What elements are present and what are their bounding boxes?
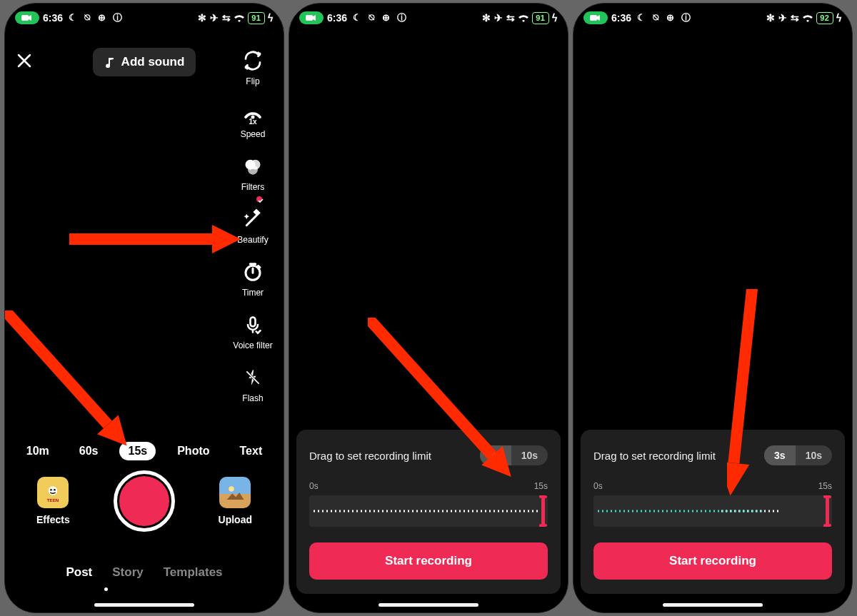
screen-camera: 6:36 ☾ ⦰ ⊕ ⓘ ✻ ✈ ⇆ 91 ϟ Add sound [4, 3, 284, 613]
flip-icon [240, 48, 266, 74]
battery-indicator: 91 [248, 12, 264, 24]
home-indicator[interactable] [379, 603, 478, 607]
recording-pill [15, 11, 39, 24]
record-inner-icon [119, 476, 169, 526]
recording-pill [299, 11, 324, 24]
mode-post[interactable]: Post [66, 565, 92, 580]
upload-label: Upload [219, 514, 252, 525]
wifi-icon [233, 14, 246, 23]
annotation-arrow-slider [727, 289, 777, 525]
recording-limit-slider[interactable] [593, 495, 832, 527]
tool-beautify[interactable]: Beautify [237, 206, 268, 245]
wifi-icon [517, 14, 530, 23]
tool-label: Voice filter [233, 340, 272, 350]
mode-templates[interactable]: Templates [164, 565, 223, 580]
add-sound-label: Add sound [121, 55, 185, 69]
status-time: 6:36 [327, 12, 347, 24]
duration-photo[interactable]: Photo [169, 442, 218, 460]
countdown-10s[interactable]: 10s [796, 445, 832, 465]
svg-rect-13 [69, 233, 212, 245]
svg-rect-15 [5, 310, 112, 428]
svg-rect-7 [250, 318, 255, 327]
svg-text:TEEN: TEEN [47, 498, 59, 503]
record-button[interactable] [114, 470, 175, 532]
tool-voice-filter[interactable]: Voice filter [233, 312, 272, 350]
scale-start: 0s [593, 481, 603, 491]
annotation-arrow-3s [368, 318, 539, 489]
tool-label: Timer [242, 288, 264, 298]
close-button[interactable] [16, 51, 45, 74]
effects-button[interactable]: TEEN Effects [36, 477, 70, 525]
screen-timer-panel-3s: 6:36 ☾ ⦰ ⊕ ⓘ ✻ ✈ ⇆ 91 ϟ Drag to set reco… [289, 3, 568, 613]
battery-indicator: 92 [816, 12, 833, 24]
svg-marker-14 [212, 225, 241, 253]
effects-thumb-icon: TEEN [37, 477, 69, 508]
speed-icon: 1x [240, 101, 266, 126]
upload-thumb-icon [219, 477, 251, 508]
screen-timer-panel-drag: 6:36 ☾ ⦰ ⊕ ⓘ ✻ ✈ ⇆ 92 ϟ Drag to set reco… [573, 3, 853, 613]
svg-rect-18 [368, 318, 496, 460]
add-sound-button[interactable]: Add sound [93, 48, 196, 76]
status-left-icons: ☾ ⦰ ⊕ ⓘ [69, 11, 124, 24]
status-right-icons: ✻ ✈ ⇆ [198, 12, 231, 24]
start-recording-button[interactable]: Start recording [593, 542, 832, 580]
tool-filters[interactable]: Filters [240, 153, 266, 192]
svg-point-5 [248, 165, 258, 175]
timer-panel-title: Drag to set recording limit [593, 450, 716, 462]
status-bar: 6:36 ☾ ⦰ ⊕ ⓘ ✻ ✈ ⇆ 91 ϟ [5, 4, 284, 28]
tool-flash[interactable]: Flash [240, 365, 266, 403]
svg-rect-0 [21, 15, 29, 21]
tool-label: Flash [242, 393, 263, 403]
music-note-icon [104, 56, 116, 68]
limit-handle[interactable] [826, 497, 829, 525]
svg-rect-20 [590, 15, 597, 21]
mode-indicator-dot [104, 587, 108, 591]
tool-flip[interactable]: Flip [240, 48, 266, 86]
status-right-icons: ✻ ✈ ⇆ [766, 12, 799, 24]
tool-timer[interactable]: Timer [240, 259, 266, 298]
duration-text[interactable]: Text [231, 442, 271, 460]
home-indicator[interactable] [94, 603, 194, 607]
status-time: 6:36 [611, 12, 631, 24]
wifi-icon [801, 14, 814, 23]
status-left-icons: ☾ ⦰ ⊕ ⓘ [637, 11, 693, 24]
voice-filter-icon [240, 312, 266, 338]
timer-icon [240, 259, 266, 285]
beautify-active-dot [255, 195, 264, 203]
annotation-arrow-duration [5, 310, 141, 453]
status-bar: 6:36 ☾ ⦰ ⊕ ⓘ ✻ ✈ ⇆ 91 ϟ [289, 4, 568, 28]
home-indicator[interactable] [663, 603, 763, 607]
svg-point-10 [54, 489, 56, 491]
recording-limit-slider[interactable] [309, 495, 548, 527]
tool-label: Flip [246, 76, 259, 86]
annotation-arrow-timer [69, 225, 241, 253]
mode-story[interactable]: Story [112, 565, 143, 580]
svg-text:1x: 1x [249, 118, 257, 124]
status-time: 6:36 [43, 12, 63, 24]
tool-label: Filters [241, 182, 265, 192]
scale-start: 0s [309, 481, 319, 491]
recording-pill [583, 11, 608, 24]
status-left-icons: ☾ ⦰ ⊕ ⓘ [353, 11, 409, 24]
svg-rect-21 [728, 289, 760, 463]
battery-indicator: 91 [532, 12, 548, 24]
status-bar: 6:36 ☾ ⦰ ⊕ ⓘ ✻ ✈ ⇆ 92 ϟ [573, 4, 852, 28]
limit-handle[interactable] [541, 497, 545, 525]
beautify-icon [240, 206, 266, 232]
start-recording-button[interactable]: Start recording [309, 542, 548, 580]
tool-label: Beautify [237, 235, 268, 245]
upload-button[interactable]: Upload [219, 477, 252, 525]
flash-icon [240, 365, 266, 390]
timer-panel: Drag to set recording limit 3s 10s 0s 15… [581, 430, 845, 594]
tool-speed[interactable]: 1x Speed [240, 101, 266, 139]
svg-rect-17 [306, 15, 313, 21]
effects-label: Effects [36, 514, 70, 525]
mode-picker[interactable]: Post Story Templates [5, 565, 284, 580]
filters-icon [240, 153, 266, 179]
scale-end: 15s [818, 481, 832, 491]
svg-point-9 [51, 489, 53, 491]
status-right-icons: ✻ ✈ ⇆ [482, 12, 515, 24]
svg-marker-22 [727, 461, 749, 497]
tool-label: Speed [241, 129, 266, 139]
svg-point-12 [229, 486, 235, 492]
